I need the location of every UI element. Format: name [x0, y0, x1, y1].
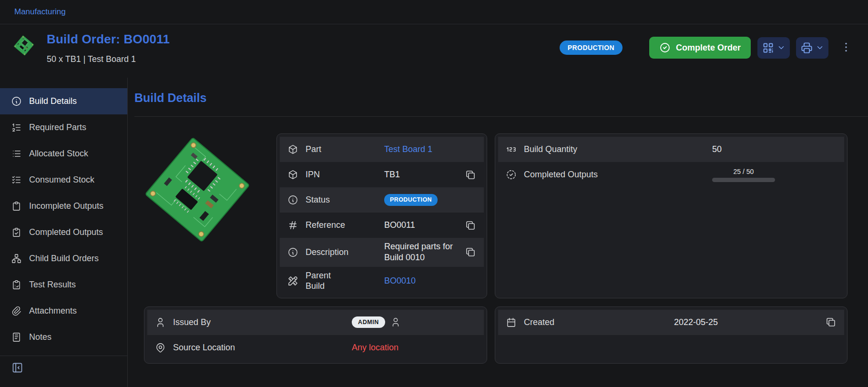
print-actions-button[interactable] [796, 37, 828, 59]
sidebar-item-allocated-stock[interactable]: Allocated Stock [0, 141, 127, 167]
sidebar-item-notes[interactable]: Notes [0, 324, 127, 350]
part-label: Part [306, 144, 377, 155]
sidebar-item-label: Build Details [29, 96, 77, 106]
issued-by-label: Issued By [173, 317, 345, 328]
breadcrumb-manufacturing-link[interactable]: Manufacturing [14, 7, 66, 17]
detail-row-part: Part Test Board 1 [280, 137, 484, 162]
header-actions: PRODUCTION Complete Order [560, 37, 854, 59]
complete-order-button[interactable]: Complete Order [649, 37, 751, 59]
copy-button[interactable] [465, 220, 476, 231]
test-report-icon [11, 279, 22, 290]
sidebar-item-child-build-orders[interactable]: Child Build Orders [0, 245, 127, 272]
package-icon [287, 144, 298, 155]
header-left: Build Order: BO0011 50 x TB1 | Test Boar… [12, 32, 170, 64]
copy-button[interactable] [465, 246, 476, 258]
source-location-value: Any location [352, 342, 398, 353]
list-numbers-icon [11, 122, 22, 133]
breadcrumb: Manufacturing [0, 0, 868, 24]
sidebar-item-label: Incomplete Outputs [29, 201, 103, 211]
sidebar-item-incomplete-outputs[interactable]: Incomplete Outputs [0, 193, 127, 219]
sidebar-item-attachments[interactable]: Attachments [0, 298, 127, 324]
part-image-box[interactable] [134, 133, 266, 298]
info-circle-icon [287, 247, 298, 258]
user-icon [390, 317, 401, 327]
sidebar-item-label: Test Results [29, 280, 76, 290]
page-title: Build Order: BO0011 [47, 32, 170, 47]
status-label: Status [306, 194, 377, 205]
info-circle-icon [287, 194, 298, 205]
issued-by-badge: ADMIN [352, 316, 385, 328]
tools-icon [287, 275, 298, 286]
build-thumbnail-image [12, 35, 35, 57]
sidebar-item-label: Completed Outputs [29, 227, 103, 237]
issued-panel: Issued By ADMIN Source Location Any loca… [144, 306, 487, 364]
sitemap-icon [11, 253, 22, 264]
sidebar-collapse-icon [11, 361, 24, 374]
progress-check-icon [506, 169, 517, 180]
sidebar-footer [0, 356, 127, 377]
detail-row-description: Description Required parts for Build 001… [280, 238, 484, 267]
sidebar-item-consumed-stock[interactable]: Consumed Stock [0, 167, 127, 193]
build-quantity-row: Build Quantity 50 [498, 137, 844, 162]
detail-row-parent-build: Parent Build BO0010 [280, 267, 484, 295]
detail-row-status: Status PRODUCTION [280, 187, 484, 213]
chevron-down-icon [816, 43, 824, 52]
issued-by-row: Issued By ADMIN [147, 310, 484, 335]
clipboard-check-icon [11, 227, 22, 238]
page-subtitle: 50 x TB1 | Test Board 1 [47, 54, 170, 64]
build-details-panel: Part Test Board 1 IPN TB1 Status PRODUCT… [276, 133, 487, 298]
barcode-actions-button[interactable] [757, 37, 790, 59]
sidebar-item-label: Notes [29, 332, 51, 342]
content-area: Build Details Part Test Board 1 IPN [128, 78, 868, 387]
panel-heading: Build Details [134, 91, 848, 105]
part-link[interactable]: Test Board 1 [384, 144, 432, 155]
sidebar-item-build-details[interactable]: Build Details [0, 88, 127, 114]
clipboard-icon [11, 201, 22, 212]
build-quantity-value: 50 [712, 144, 837, 155]
completed-outputs-row: Completed Outputs 25 / 50 [498, 162, 844, 187]
created-row: Created 2022-05-25 [498, 310, 844, 335]
sidebar-item-completed-outputs[interactable]: Completed Outputs [0, 219, 127, 245]
list-check-icon [11, 174, 22, 185]
notes-icon [11, 332, 22, 343]
hash-icon [287, 220, 298, 231]
calendar-icon [506, 317, 517, 328]
reference-value: BO0011 [384, 220, 458, 231]
sidebar-collapse-button[interactable] [11, 361, 24, 374]
sidebar-item-test-results[interactable]: Test Results [0, 272, 127, 298]
sidebar-item-label: Consumed Stock [29, 175, 94, 185]
detail-row-reference: Reference BO0011 [280, 213, 484, 238]
dots-vertical-icon [840, 41, 852, 53]
header-titles: Build Order: BO0011 50 x TB1 | Test Boar… [47, 32, 170, 64]
created-value: 2022-05-25 [674, 317, 818, 328]
details-left-group: Part Test Board 1 IPN TB1 Status PRODUCT… [134, 133, 487, 298]
main-layout: Build Details Required Parts Allocated S… [0, 78, 868, 387]
list-icon [11, 148, 22, 159]
parent-build-link[interactable]: BO0010 [384, 275, 416, 286]
heading-divider [134, 116, 868, 117]
details-grid: Part Test Board 1 IPN TB1 Status PRODUCT… [134, 133, 848, 364]
source-location-row: Source Location Any location [147, 335, 484, 360]
description-label: Description [306, 247, 377, 258]
page-header: Build Order: BO0011 50 x TB1 | Test Boar… [0, 24, 868, 78]
qr-code-icon [762, 41, 775, 54]
more-actions-button[interactable] [838, 37, 854, 58]
copy-button[interactable] [465, 169, 476, 181]
status-value-badge: PRODUCTION [384, 194, 438, 205]
circle-check-icon [659, 42, 671, 53]
paperclip-icon [11, 306, 22, 316]
copy-button[interactable] [825, 316, 837, 328]
sidebar-item-required-parts[interactable]: Required Parts [0, 114, 127, 141]
chevron-down-icon [777, 43, 786, 52]
package-icon [287, 169, 298, 180]
completed-outputs-label: Completed Outputs [524, 169, 705, 180]
created-label: Created [524, 317, 667, 328]
completed-outputs-progress: 25 / 50 [712, 167, 775, 182]
created-panel: Created 2022-05-25 [495, 306, 848, 364]
status-badge: PRODUCTION [560, 41, 623, 55]
quantities-panel: Build Quantity 50 Completed Outputs 25 /… [495, 133, 848, 298]
parent-build-label: Parent Build [306, 270, 377, 292]
ipn-value: TB1 [384, 169, 458, 180]
map-pin-icon [155, 342, 166, 353]
part-image [138, 134, 256, 248]
